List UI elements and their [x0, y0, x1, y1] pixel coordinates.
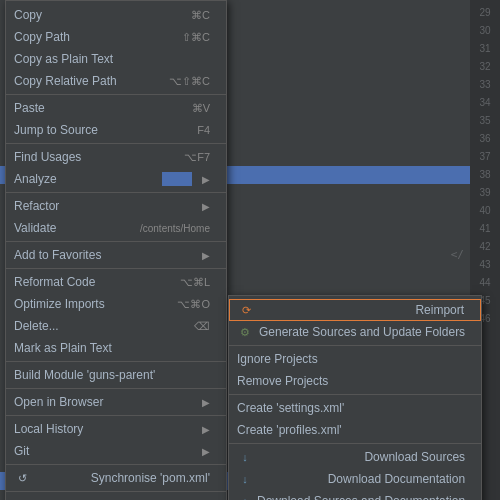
menu-copy-plain[interactable]: Copy as Plain Text — [6, 48, 226, 70]
reimport-icon: ⟳ — [238, 304, 254, 317]
menu-copy[interactable]: Copy ⌘C — [6, 4, 226, 26]
download-icon: ↓ — [237, 495, 253, 500]
sync-icon: ↺ — [14, 472, 30, 485]
arrow-icon: ▶ — [202, 446, 210, 457]
menu-open-browser[interactable]: Open in Browser ▶ — [6, 391, 226, 413]
separator — [229, 443, 481, 444]
menu-jump-source[interactable]: Jump to Source F4 — [6, 119, 226, 141]
maven-remove-projects[interactable]: Remove Projects — [229, 370, 481, 392]
menu-reformat[interactable]: Reformat Code ⌥⌘L — [6, 271, 226, 293]
separator — [6, 143, 226, 144]
menu-add-favorites[interactable]: Add to Favorites ▶ — [6, 244, 226, 266]
arrow-icon: ▶ — [202, 250, 210, 261]
maven-generate-sources[interactable]: ⚙ Generate Sources and Update Folders — [229, 321, 481, 343]
download-icon: ↓ — [237, 473, 253, 485]
path-hint: /contents/Home — [140, 223, 210, 234]
separator — [6, 94, 226, 95]
menu-delete[interactable]: Delete... ⌫ — [6, 315, 226, 337]
main-context-menu[interactable]: Copy ⌘C Copy Path ⇧⌘C Copy as Plain Text… — [5, 0, 227, 500]
menu-optimize[interactable]: Optimize Imports ⌥⌘O — [6, 293, 226, 315]
separator — [6, 241, 226, 242]
menu-find-usages[interactable]: Find Usages ⌥F7 — [6, 146, 226, 168]
code-hint: </ — [451, 248, 464, 261]
menu-synchronise[interactable]: ↺ Synchronise 'pom.xml' — [6, 467, 226, 489]
separator — [229, 345, 481, 346]
maven-download-sources[interactable]: ↓ Download Sources — [229, 446, 481, 468]
menu-git[interactable]: Git ▶ — [6, 440, 226, 462]
maven-download-sources-docs[interactable]: ↓ Download Sources and Documentation — [229, 490, 481, 500]
maven-create-profiles[interactable]: Create 'profiles.xml' — [229, 419, 481, 441]
menu-analyze[interactable]: Analyze ▶ — [6, 168, 226, 190]
maven-download-docs[interactable]: ↓ Download Documentation — [229, 468, 481, 490]
separator — [6, 361, 226, 362]
menu-reveal-finder[interactable]: Reveal in Finder — [6, 494, 226, 500]
arrow-icon: ▶ — [202, 174, 210, 185]
download-icon: ↓ — [237, 451, 253, 463]
arrow-icon: ▶ — [202, 424, 210, 435]
menu-copy-path[interactable]: Copy Path ⇧⌘C — [6, 26, 226, 48]
maven-create-settings[interactable]: Create 'settings.xml' — [229, 397, 481, 419]
menu-validate[interactable]: Validate /contents/Home — [6, 217, 226, 239]
separator — [6, 491, 226, 492]
maven-reimport[interactable]: ⟳ Reimport — [229, 299, 481, 321]
separator — [6, 388, 226, 389]
menu-copy-relative[interactable]: Copy Relative Path ⌥⇧⌘C — [6, 70, 226, 92]
separator — [6, 415, 226, 416]
menu-refactor[interactable]: Refactor ▶ — [6, 195, 226, 217]
separator — [6, 192, 226, 193]
arrow-icon: ▶ — [202, 397, 210, 408]
generate-icon: ⚙ — [237, 326, 253, 339]
separator — [6, 464, 226, 465]
menu-local-history[interactable]: Local History ▶ — [6, 418, 226, 440]
analyze-bar — [162, 172, 192, 186]
separator — [6, 268, 226, 269]
separator — [229, 394, 481, 395]
maven-ignore-projects[interactable]: Ignore Projects — [229, 348, 481, 370]
arrow-icon: ▶ — [202, 201, 210, 212]
maven-submenu[interactable]: ⟳ Reimport ⚙ Generate Sources and Update… — [228, 295, 482, 500]
menu-paste[interactable]: Paste ⌘V — [6, 97, 226, 119]
menu-mark-plain[interactable]: Mark as Plain Text — [6, 337, 226, 359]
menu-build-module[interactable]: Build Module 'guns-parent' — [6, 364, 226, 386]
